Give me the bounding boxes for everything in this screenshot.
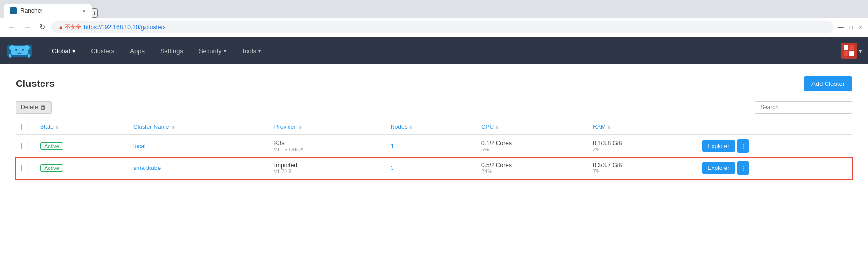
row-local-ram-info: 0.1/3.8 GiB 2% [593,140,690,152]
svg-point-4 [15,49,17,51]
svg-rect-6 [9,54,11,58]
table-row: Active smartkube Imported v1.21.9 3 0.5 [16,157,852,179]
row-local-provider-info: K3s v1.19.8+k3s1 [274,140,379,152]
sort-cpu-icon: ⇅ [496,125,499,130]
nav-settings[interactable]: Settings [152,37,191,64]
tab-close-button[interactable]: × [83,8,86,14]
row-local-cpu-value: 0.1/2 Cores [481,140,581,147]
user-menu-caret[interactable]: ▾ [859,47,862,55]
row-smartkube-provider-version: v1.21.9 [274,169,379,174]
row-smartkube-more-button[interactable]: ⋮ [737,161,749,175]
row-smartkube-nodes-link[interactable]: 3 [391,165,394,171]
security-warning: ▲ 不安全 [58,23,81,31]
avatar-grid-icon [842,43,856,58]
row-smartkube-cpu-value: 0.5/2 Cores [481,162,581,169]
row-smartkube-cpu-percent: 24% [481,169,581,174]
nav-global[interactable]: Global ▾ [44,37,83,64]
app-header: Global ▾ Clusters Apps Settings Security… [0,37,868,64]
nav-tools-caret: ▾ [258,48,261,54]
row-local-nodes-link[interactable]: 1 [391,143,394,149]
row-local-ram-cell: 0.1/3.8 GiB 2% [587,135,696,157]
col-nodes[interactable]: Nodes ⇅ [385,120,475,135]
table-header-row: State ⇅ Cluster Name ⇅ Provider ⇅ Nodes … [16,120,852,135]
row-local-explorer-button[interactable]: Explorer [702,140,736,152]
address-field[interactable]: ▲ 不安全 https://192.168.10.10/g/clusters [51,21,834,33]
nav-global-caret: ▾ [72,47,76,55]
nav-security-caret: ▾ [224,48,226,54]
browser-tab[interactable]: Rancher × [4,4,92,18]
row-smartkube-provider-info: Imported v1.21.9 [274,162,379,174]
nav-security[interactable]: Security ▾ [191,37,234,64]
row-local-actions-cell: Explorer ⋮ [696,135,853,157]
col-state[interactable]: State ⇅ [34,120,127,135]
row-smartkube-ram-value: 0.3/3.7 GiB [593,162,690,169]
col-ram[interactable]: RAM ⇅ [587,120,696,135]
nav-clusters[interactable]: Clusters [83,37,123,64]
tab-bar: Rancher × + [0,0,868,18]
minimize-button[interactable]: — [838,24,844,31]
row-local-provider-cell: K3s v1.19.8+k3s1 [269,135,385,157]
nav-tools[interactable]: Tools ▾ [234,37,269,64]
forward-button[interactable]: → [21,22,33,33]
svg-rect-7 [28,54,30,58]
row-smartkube-checkbox-cell [16,157,34,179]
row-smartkube-cpu-info: 0.5/2 Cores 24% [481,162,581,174]
rancher-logo-icon [7,42,32,60]
user-avatar[interactable] [841,43,857,59]
nav-security-label: Security [199,47,222,55]
toolbar: Delete 🗑 [16,101,852,114]
close-window-button[interactable]: × [859,24,862,31]
main-content: Clusters Add Cluster Delete 🗑 State ⇅ Cl… [0,64,868,253]
select-all-checkbox[interactable] [21,124,28,130]
nav-apps[interactable]: Apps [122,37,152,64]
svg-point-5 [22,49,24,51]
tab-label: Rancher [21,7,42,14]
nav-global-label: Global [52,47,70,55]
row-local-cpu-percent: 5% [481,147,581,152]
nav-apps-label: Apps [130,47,145,55]
back-button[interactable]: ← [6,22,18,33]
sort-nodes-icon: ⇅ [409,125,413,130]
row-smartkube-ram-info: 0.3/3.7 GiB 7% [593,162,690,174]
header-right: ▾ [841,43,868,59]
sort-provider-icon: ⇅ [298,125,302,130]
favicon-icon [10,7,17,14]
nav-clusters-label: Clusters [91,47,115,55]
row-local-provider-name: K3s [274,140,379,147]
row-smartkube-ram-percent: 7% [593,169,690,174]
row-local-action-btns: Explorer ⋮ [702,139,847,153]
row-local-checkbox-cell [16,135,34,157]
select-all-header[interactable] [16,120,34,135]
new-tab-button[interactable]: + [92,8,98,18]
clusters-table: State ⇅ Cluster Name ⇅ Provider ⇅ Nodes … [16,120,852,179]
search-input[interactable] [755,101,852,114]
row-local-more-button[interactable]: ⋮ [737,139,749,153]
delete-button[interactable]: Delete 🗑 [16,101,52,114]
row-smartkube-cluster-link[interactable]: smartkube [133,165,161,171]
row-local-checkbox[interactable] [21,143,28,149]
sort-ram-icon: ⇅ [607,125,611,130]
main-nav: Global ▾ Clusters Apps Settings Security… [39,37,841,64]
col-cpu-label: CPU [481,124,494,130]
maximize-button[interactable]: □ [849,24,853,31]
row-local-state: Active [34,135,127,157]
page-header: Clusters Add Cluster [16,76,852,91]
nav-tools-label: Tools [242,47,256,55]
logo-area [0,37,39,64]
nav-settings-label: Settings [160,47,183,55]
col-nodes-label: Nodes [391,124,408,130]
col-cpu[interactable]: CPU ⇅ [475,120,587,135]
page-title: Clusters [16,78,55,89]
row-local-cluster-link[interactable]: local [133,143,145,149]
row-smartkube-cpu-cell: 0.5/2 Cores 24% [475,157,587,179]
table-body: Active local K3s v1.19.8+k3s1 1 0.1/2 C [16,135,852,179]
row-smartkube-explorer-button[interactable]: Explorer [702,162,736,174]
reload-button[interactable]: ↻ [37,21,47,33]
col-provider[interactable]: Provider ⇅ [269,120,385,135]
add-cluster-button[interactable]: Add Cluster [804,76,852,91]
row-smartkube-nodes-cell: 3 [385,157,475,179]
row-local-ram-percent: 2% [593,147,690,152]
table-header: State ⇅ Cluster Name ⇅ Provider ⇅ Nodes … [16,120,852,135]
row-smartkube-checkbox[interactable] [21,165,28,171]
col-cluster-name[interactable]: Cluster Name ⇅ [127,120,269,135]
